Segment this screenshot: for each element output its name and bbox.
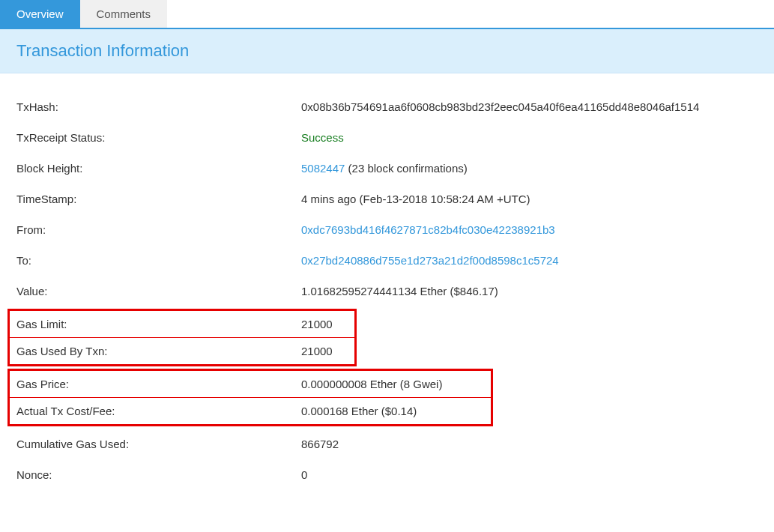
label-cumulative-gas: Cumulative Gas Used: (16, 438, 301, 450)
label-nonce: Nonce: (16, 468, 301, 481)
label-gas-limit: Gas Limit: (16, 318, 301, 330)
label-from: From: (16, 223, 301, 236)
row-gas-limit: Gas Limit: 21000 (10, 311, 354, 337)
row-from: From: 0xdc7693bd416f4627871c82b4fc030e42… (16, 214, 758, 245)
block-height-link[interactable]: 5082447 (301, 162, 345, 175)
highlight-gas-limit-used: Gas Limit: 21000 Gas Used By Txn: 21000 (7, 309, 357, 366)
highlight-gas-price-fee: Gas Price: 0.000000008 Ether (8 Gwei) Ac… (7, 369, 493, 426)
value-from-link[interactable]: 0xdc7693bd416f4627871c82b4fc030e42238921… (301, 223, 758, 236)
row-block-height: Block Height: 5082447 (23 block confirma… (16, 153, 758, 184)
value-txhash: 0x08b36b754691aa6f0608cb983bd23f2eec045a… (301, 100, 758, 113)
row-gas-used: Gas Used By Txn: 21000 (10, 338, 354, 364)
value-gas-price: 0.000000008 Ether (8 Gwei) (301, 378, 485, 390)
transaction-details: TxHash: 0x08b36b754691aa6f0608cb983bd23f… (0, 73, 774, 498)
value-block-height: 5082447 (23 block confirmations) (301, 162, 758, 175)
block-confirmations: (23 block confirmations) (345, 162, 467, 175)
row-receipt-status: TxReceipt Status: Success (16, 122, 758, 153)
panel-title: Transaction Information (0, 29, 774, 73)
value-value: 1.01682595274441134 Ether ($846.17) (301, 285, 758, 297)
label-value: Value: (16, 285, 301, 297)
row-cumulative-gas: Cumulative Gas Used: 866792 (16, 429, 758, 459)
row-gas-price: Gas Price: 0.000000008 Ether (8 Gwei) (10, 371, 491, 397)
label-gas-price: Gas Price: (16, 378, 301, 390)
tab-overview[interactable]: Overview (0, 0, 80, 28)
label-receipt-status: TxReceipt Status: (16, 131, 301, 144)
value-gas-used: 21000 (301, 345, 348, 357)
label-tx-cost: Actual Tx Cost/Fee: (16, 405, 301, 417)
value-cumulative-gas: 866792 (301, 438, 758, 450)
row-value: Value: 1.01682595274441134 Ether ($846.1… (16, 276, 758, 306)
value-nonce: 0 (301, 468, 758, 481)
tab-bar: Overview Comments (0, 0, 774, 29)
row-timestamp: TimeStamp: 4 mins ago (Feb-13-2018 10:58… (16, 184, 758, 214)
value-receipt-status: Success (301, 131, 758, 144)
value-tx-cost: 0.000168 Ether ($0.14) (301, 405, 485, 417)
value-to-link[interactable]: 0x27bd240886d755e1d273a21d2f00d8598c1c57… (301, 254, 758, 267)
label-to: To: (16, 254, 301, 267)
label-txhash: TxHash: (16, 100, 301, 113)
row-to: To: 0x27bd240886d755e1d273a21d2f00d8598c… (16, 245, 758, 276)
tab-comments[interactable]: Comments (80, 0, 168, 28)
row-nonce: Nonce: 0 (16, 459, 758, 490)
row-txhash: TxHash: 0x08b36b754691aa6f0608cb983bd23f… (16, 91, 758, 122)
value-gas-limit: 21000 (301, 318, 348, 330)
value-timestamp: 4 mins ago (Feb-13-2018 10:58:24 AM +UTC… (301, 193, 758, 205)
row-tx-cost: Actual Tx Cost/Fee: 0.000168 Ether ($0.1… (10, 398, 491, 424)
label-block-height: Block Height: (16, 162, 301, 175)
transaction-page: Overview Comments Transaction Informatio… (0, 0, 774, 498)
label-gas-used: Gas Used By Txn: (16, 345, 301, 357)
label-timestamp: TimeStamp: (16, 193, 301, 205)
